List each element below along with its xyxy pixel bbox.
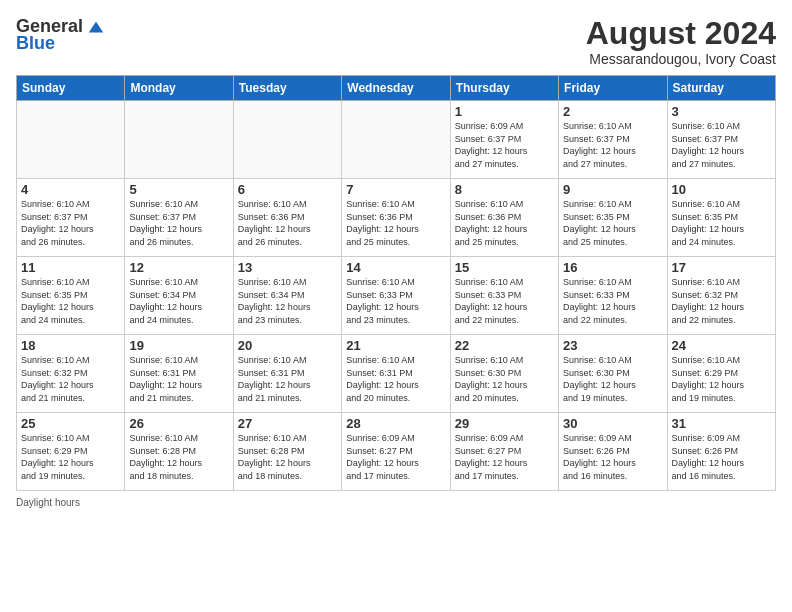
day-info: Sunrise: 6:10 AM Sunset: 6:37 PM Dayligh…: [563, 120, 662, 170]
day-number: 1: [455, 104, 554, 119]
day-info: Sunrise: 6:10 AM Sunset: 6:37 PM Dayligh…: [21, 198, 120, 248]
day-info: Sunrise: 6:10 AM Sunset: 6:33 PM Dayligh…: [346, 276, 445, 326]
table-row: 16Sunrise: 6:10 AM Sunset: 6:33 PM Dayli…: [559, 257, 667, 335]
table-row: 3Sunrise: 6:10 AM Sunset: 6:37 PM Daylig…: [667, 101, 775, 179]
table-row: [342, 101, 450, 179]
location-subtitle: Messarandougou, Ivory Coast: [586, 51, 776, 67]
day-number: 21: [346, 338, 445, 353]
month-title: August 2024: [586, 16, 776, 51]
svg-marker-0: [89, 21, 103, 32]
day-info: Sunrise: 6:10 AM Sunset: 6:31 PM Dayligh…: [346, 354, 445, 404]
table-row: [125, 101, 233, 179]
table-row: 22Sunrise: 6:10 AM Sunset: 6:30 PM Dayli…: [450, 335, 558, 413]
day-number: 20: [238, 338, 337, 353]
table-row: 18Sunrise: 6:10 AM Sunset: 6:32 PM Dayli…: [17, 335, 125, 413]
calendar-week-row: 18Sunrise: 6:10 AM Sunset: 6:32 PM Dayli…: [17, 335, 776, 413]
table-row: 17Sunrise: 6:10 AM Sunset: 6:32 PM Dayli…: [667, 257, 775, 335]
day-info: Sunrise: 6:10 AM Sunset: 6:37 PM Dayligh…: [672, 120, 771, 170]
header-monday: Monday: [125, 76, 233, 101]
day-number: 5: [129, 182, 228, 197]
day-number: 28: [346, 416, 445, 431]
table-row: 23Sunrise: 6:10 AM Sunset: 6:30 PM Dayli…: [559, 335, 667, 413]
day-info: Sunrise: 6:10 AM Sunset: 6:33 PM Dayligh…: [563, 276, 662, 326]
day-info: Sunrise: 6:10 AM Sunset: 6:36 PM Dayligh…: [455, 198, 554, 248]
day-number: 26: [129, 416, 228, 431]
day-info: Sunrise: 6:10 AM Sunset: 6:29 PM Dayligh…: [21, 432, 120, 482]
calendar: Sunday Monday Tuesday Wednesday Thursday…: [16, 75, 776, 491]
footer-text: Daylight hours: [16, 497, 80, 508]
table-row: 28Sunrise: 6:09 AM Sunset: 6:27 PM Dayli…: [342, 413, 450, 491]
day-info: Sunrise: 6:10 AM Sunset: 6:29 PM Dayligh…: [672, 354, 771, 404]
table-row: 27Sunrise: 6:10 AM Sunset: 6:28 PM Dayli…: [233, 413, 341, 491]
table-row: 31Sunrise: 6:09 AM Sunset: 6:26 PM Dayli…: [667, 413, 775, 491]
day-info: Sunrise: 6:10 AM Sunset: 6:30 PM Dayligh…: [563, 354, 662, 404]
calendar-week-row: 25Sunrise: 6:10 AM Sunset: 6:29 PM Dayli…: [17, 413, 776, 491]
table-row: 19Sunrise: 6:10 AM Sunset: 6:31 PM Dayli…: [125, 335, 233, 413]
day-number: 6: [238, 182, 337, 197]
table-row: 30Sunrise: 6:09 AM Sunset: 6:26 PM Dayli…: [559, 413, 667, 491]
day-info: Sunrise: 6:10 AM Sunset: 6:32 PM Dayligh…: [21, 354, 120, 404]
day-number: 29: [455, 416, 554, 431]
table-row: 29Sunrise: 6:09 AM Sunset: 6:27 PM Dayli…: [450, 413, 558, 491]
day-info: Sunrise: 6:10 AM Sunset: 6:35 PM Dayligh…: [21, 276, 120, 326]
day-number: 27: [238, 416, 337, 431]
table-row: 2Sunrise: 6:10 AM Sunset: 6:37 PM Daylig…: [559, 101, 667, 179]
day-info: Sunrise: 6:10 AM Sunset: 6:32 PM Dayligh…: [672, 276, 771, 326]
table-row: 7Sunrise: 6:10 AM Sunset: 6:36 PM Daylig…: [342, 179, 450, 257]
day-number: 14: [346, 260, 445, 275]
day-number: 3: [672, 104, 771, 119]
day-number: 11: [21, 260, 120, 275]
table-row: 9Sunrise: 6:10 AM Sunset: 6:35 PM Daylig…: [559, 179, 667, 257]
footer-note: Daylight hours: [16, 497, 776, 508]
day-number: 10: [672, 182, 771, 197]
day-number: 7: [346, 182, 445, 197]
table-row: 21Sunrise: 6:10 AM Sunset: 6:31 PM Dayli…: [342, 335, 450, 413]
day-info: Sunrise: 6:10 AM Sunset: 6:35 PM Dayligh…: [672, 198, 771, 248]
day-number: 9: [563, 182, 662, 197]
day-info: Sunrise: 6:09 AM Sunset: 6:27 PM Dayligh…: [455, 432, 554, 482]
day-info: Sunrise: 6:10 AM Sunset: 6:34 PM Dayligh…: [238, 276, 337, 326]
day-info: Sunrise: 6:10 AM Sunset: 6:35 PM Dayligh…: [563, 198, 662, 248]
day-number: 31: [672, 416, 771, 431]
day-number: 17: [672, 260, 771, 275]
day-number: 4: [21, 182, 120, 197]
day-info: Sunrise: 6:10 AM Sunset: 6:37 PM Dayligh…: [129, 198, 228, 248]
calendar-week-row: 11Sunrise: 6:10 AM Sunset: 6:35 PM Dayli…: [17, 257, 776, 335]
day-number: 12: [129, 260, 228, 275]
header-wednesday: Wednesday: [342, 76, 450, 101]
day-number: 23: [563, 338, 662, 353]
table-row: [17, 101, 125, 179]
day-number: 22: [455, 338, 554, 353]
logo-icon: [87, 18, 105, 36]
day-number: 25: [21, 416, 120, 431]
day-number: 19: [129, 338, 228, 353]
logo: General Blue: [16, 16, 105, 54]
day-number: 2: [563, 104, 662, 119]
table-row: 20Sunrise: 6:10 AM Sunset: 6:31 PM Dayli…: [233, 335, 341, 413]
title-area: August 2024 Messarandougou, Ivory Coast: [586, 16, 776, 67]
day-info: Sunrise: 6:10 AM Sunset: 6:31 PM Dayligh…: [129, 354, 228, 404]
calendar-header-row: Sunday Monday Tuesday Wednesday Thursday…: [17, 76, 776, 101]
table-row: 13Sunrise: 6:10 AM Sunset: 6:34 PM Dayli…: [233, 257, 341, 335]
day-number: 24: [672, 338, 771, 353]
table-row: 25Sunrise: 6:10 AM Sunset: 6:29 PM Dayli…: [17, 413, 125, 491]
table-row: 12Sunrise: 6:10 AM Sunset: 6:34 PM Dayli…: [125, 257, 233, 335]
day-info: Sunrise: 6:10 AM Sunset: 6:30 PM Dayligh…: [455, 354, 554, 404]
day-info: Sunrise: 6:10 AM Sunset: 6:36 PM Dayligh…: [238, 198, 337, 248]
table-row: 6Sunrise: 6:10 AM Sunset: 6:36 PM Daylig…: [233, 179, 341, 257]
header-saturday: Saturday: [667, 76, 775, 101]
header: General Blue August 2024 Messarandougou,…: [16, 16, 776, 67]
day-info: Sunrise: 6:10 AM Sunset: 6:28 PM Dayligh…: [238, 432, 337, 482]
day-info: Sunrise: 6:10 AM Sunset: 6:31 PM Dayligh…: [238, 354, 337, 404]
day-info: Sunrise: 6:10 AM Sunset: 6:33 PM Dayligh…: [455, 276, 554, 326]
table-row: 1Sunrise: 6:09 AM Sunset: 6:37 PM Daylig…: [450, 101, 558, 179]
header-thursday: Thursday: [450, 76, 558, 101]
table-row: 10Sunrise: 6:10 AM Sunset: 6:35 PM Dayli…: [667, 179, 775, 257]
day-number: 8: [455, 182, 554, 197]
day-number: 15: [455, 260, 554, 275]
header-friday: Friday: [559, 76, 667, 101]
table-row: 24Sunrise: 6:10 AM Sunset: 6:29 PM Dayli…: [667, 335, 775, 413]
table-row: 15Sunrise: 6:10 AM Sunset: 6:33 PM Dayli…: [450, 257, 558, 335]
header-tuesday: Tuesday: [233, 76, 341, 101]
table-row: 4Sunrise: 6:10 AM Sunset: 6:37 PM Daylig…: [17, 179, 125, 257]
